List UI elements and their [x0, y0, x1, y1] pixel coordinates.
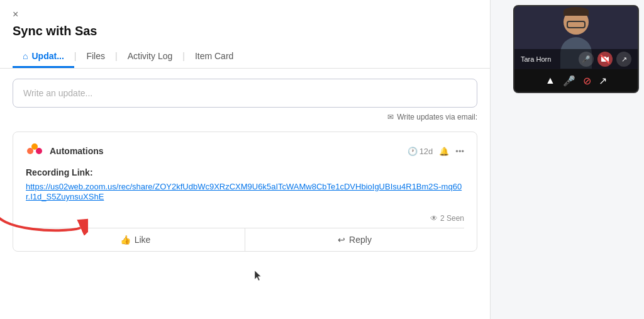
post-author: Automations [26, 142, 104, 160]
reply-icon: ↩ [338, 235, 345, 245]
mic-control[interactable]: 🎤 [579, 52, 594, 67]
video-widget: Tara Horn 🎤 ↗ ▲ 🎤 ⊘ ↗ [513, 5, 639, 93]
post-actions: 👍 Like ↩ Reply [26, 228, 464, 251]
video-feed: Tara Horn 🎤 ↗ [514, 6, 638, 69]
video-mic-icon[interactable]: 🎤 [563, 75, 575, 87]
post-meta: 🕐 12d 🔔 ••• [408, 147, 464, 156]
post-time: 🕐 12d [408, 147, 433, 156]
seen-count: 👁 2 Seen [26, 214, 464, 228]
automations-icon [26, 142, 43, 160]
video-controls-overlay: Tara Horn 🎤 ↗ [514, 49, 638, 69]
camera-control[interactable] [597, 52, 613, 67]
panel-title: Sync with Sas [13, 24, 477, 38]
tabs-container: ⌂ Updat... | Files | Activity Log | Item… [13, 46, 477, 68]
clock-icon: 🕐 [408, 147, 418, 156]
more-options-icon[interactable]: ••• [455, 147, 464, 156]
content-area: Write an update... ✉ Write updates via e… [0, 69, 490, 262]
panel-header: × Sync with Sas ⌂ Updat... | Files | Act… [0, 0, 490, 69]
video-bottom-bar: ▲ 🎤 ⊘ ↗ [514, 69, 638, 92]
tab-files[interactable]: Files [76, 46, 115, 68]
person-name: Tara Horn [521, 55, 551, 63]
post-body: Recording Link: https://us02web.zoom.us/… [26, 167, 464, 209]
tab-item-card[interactable]: Item Card [185, 46, 243, 68]
email-hint: ✉ Write updates via email: [13, 113, 477, 121]
camera-slash-icon [601, 55, 609, 64]
reply-button[interactable]: ↩ Reply [245, 228, 464, 251]
eye-icon: 👁 [430, 214, 438, 223]
post-header: Automations 🕐 12d 🔔 ••• [26, 142, 464, 160]
like-button[interactable]: 👍 Like [26, 228, 245, 251]
recording-label: Recording Link: [26, 167, 464, 177]
recording-link[interactable]: https://us02web.zoom.us/rec/share/ZOY2kf… [26, 182, 462, 201]
bell-icon[interactable]: 🔔 [439, 147, 449, 156]
video-up-arrow[interactable]: ▲ [545, 75, 555, 86]
svg-point-2 [36, 148, 42, 154]
home-icon: ⌂ [23, 51, 28, 61]
like-icon: 👍 [120, 235, 131, 245]
video-share-icon[interactable]: ↗ [599, 75, 607, 87]
person-head [564, 9, 589, 35]
close-button[interactable]: × [13, 9, 18, 20]
post-card: Automations 🕐 12d 🔔 ••• Recording Link: … [13, 132, 477, 252]
tab-updates[interactable]: ⌂ Updat... [13, 46, 74, 68]
tab-activity-log[interactable]: Activity Log [118, 46, 183, 68]
main-panel: × Sync with Sas ⌂ Updat... | Files | Act… [0, 0, 491, 319]
person-glasses [567, 21, 586, 28]
email-icon: ✉ [387, 113, 394, 121]
screen-share-control[interactable]: ↗ [616, 52, 631, 67]
video-camera-off-icon[interactable]: ⊘ [583, 75, 591, 87]
update-input[interactable]: Write an update... [13, 79, 477, 108]
